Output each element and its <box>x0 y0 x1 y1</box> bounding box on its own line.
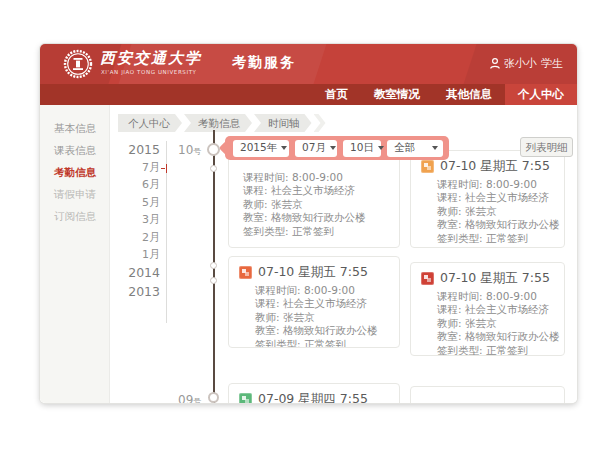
sidebar-item-subscription-info[interactable]: 订阅信息 <box>40 205 109 227</box>
breadcrumb-personal-center[interactable]: 个人中心 <box>118 114 182 132</box>
card-fields: 课程时间: 8:00-9:00 课程: 社会主义市场经济 教师: 张芸京 教室:… <box>255 284 391 348</box>
card-title: 07-10 星期五 7:55 <box>421 270 554 287</box>
timeline-node <box>210 262 217 269</box>
university-name-en: XI'AN JIAO TONG UNIVERSITY <box>101 69 197 75</box>
page-title: 考勤服务 <box>232 54 296 72</box>
scale-month-jan[interactable]: 1月 <box>110 246 160 263</box>
card-arrow <box>228 391 234 402</box>
breadcrumb-timeline[interactable]: 时间轴 <box>254 114 312 132</box>
breadcrumb: 个人中心 考勤信息 时间轴 <box>118 114 326 132</box>
card-fields: 课程时间: 8:00-9:00 课程: 社会主义市场经济 教师: 张芸京 教室:… <box>437 178 556 245</box>
card-title: 07-10 星期五 7:55 <box>421 158 554 175</box>
card-title: 07-09 星期四 7:55 <box>239 391 389 403</box>
attendance-card[interactable]: 07-10 星期五 7:55 课程时间: 8:00-9:00 课程: 社会主义市… <box>228 256 400 348</box>
day-label-10: 10号 <box>178 143 201 157</box>
date-filter-bar: 2015年 07月 10日 全部 <box>225 136 449 160</box>
sidebar: 基本信息 课表信息 考勤信息 请假申请 订阅信息 <box>40 105 110 403</box>
sidebar-item-attendance-info[interactable]: 考勤信息 <box>40 161 109 183</box>
scale-month-jul[interactable]: 7月 <box>110 159 160 176</box>
timeline-scale: 2015 7月 6月 5月 3月 2月 1月 2014 2013 <box>110 140 160 301</box>
attendance-card[interactable]: 07-10 星期五 7:55 课程时间: 8:00-9:00 课程: 社会主义市… <box>410 150 565 248</box>
person-icon <box>490 58 500 69</box>
card-arrow <box>410 160 416 171</box>
selected-month-marker <box>161 163 167 173</box>
main-area: 基本信息 课表信息 考勤信息 请假申请 订阅信息 个人中心 考勤信息 时间轴 2… <box>40 105 577 403</box>
type-select[interactable]: 全部 <box>387 140 443 157</box>
card-arrow <box>410 272 416 283</box>
user-menu[interactable]: 张小小 学生 <box>490 56 563 71</box>
attendance-card[interactable]: 07-09 星期四 7:55 <box>228 383 400 403</box>
nav-item-personal-center[interactable]: 个人中心 <box>505 84 577 105</box>
app-header: 西安交通大学 XI'AN JIAO TONG UNIVERSITY 考勤服务 张… <box>40 44 577 84</box>
nav-item-home[interactable]: 首页 <box>312 84 361 105</box>
scale-month-mar[interactable]: 3月 <box>110 211 160 228</box>
card-arrow <box>228 263 234 274</box>
list-detail-button[interactable]: 列表明细 <box>520 137 573 157</box>
timeline-node <box>210 165 217 172</box>
card-title: 07-10 星期五 7:55 <box>239 264 389 281</box>
attendance-card-partial[interactable] <box>410 386 565 403</box>
stamp-icon <box>239 266 252 279</box>
scale-year-2015[interactable]: 2015 <box>110 140 160 159</box>
stamp-icon <box>421 160 434 173</box>
app-window: 西安交通大学 XI'AN JIAO TONG UNIVERSITY 考勤服务 张… <box>40 44 577 403</box>
user-name: 张小小 <box>504 56 537 71</box>
scale-month-may[interactable]: 5月 <box>110 194 160 211</box>
year-select[interactable]: 2015年 <box>233 140 289 157</box>
user-role: 学生 <box>541 56 563 71</box>
month-select[interactable]: 07月 <box>295 140 337 157</box>
breadcrumb-attendance-info[interactable]: 考勤信息 <box>184 114 252 132</box>
sidebar-item-schedule-info[interactable]: 课表信息 <box>40 139 109 161</box>
top-nav: 首页 教室情况 其他信息 个人中心 <box>40 84 577 105</box>
scale-month-jun[interactable]: 6月 <box>110 176 160 193</box>
university-seal-icon <box>63 49 93 79</box>
day-select[interactable]: 10日 <box>343 140 381 157</box>
chevron-down-icon <box>330 146 336 150</box>
scale-year-2013[interactable]: 2013 <box>110 282 160 301</box>
sidebar-item-leave-request[interactable]: 请假申请 <box>40 183 109 205</box>
timeline-node <box>208 392 219 403</box>
stamp-icon <box>421 272 434 285</box>
timeline-node <box>210 277 217 284</box>
nav-item-classrooms[interactable]: 教室情况 <box>361 84 433 105</box>
timeline-node <box>207 143 220 156</box>
scale-year-2014[interactable]: 2014 <box>110 263 160 282</box>
sidebar-item-basic-info[interactable]: 基本信息 <box>40 117 109 139</box>
chevron-down-icon <box>378 146 384 150</box>
scale-month-feb[interactable]: 2月 <box>110 229 160 246</box>
attendance-card[interactable]: 07-10 星期五 7:55 课程时间: 8:00-9:00 课程: 社会主义市… <box>410 262 565 356</box>
card-fields: 课程时间: 8:00-9:00 课程: 社会主义市场经济 教师: 张芸京 教室:… <box>437 290 556 356</box>
day-label-09: 09号 <box>178 393 201 403</box>
stamp-icon <box>239 393 252 403</box>
chevron-down-icon <box>281 146 287 150</box>
breadcrumb-chevron-tail <box>314 114 326 132</box>
card-fields: 课程时间: 8:00-9:00 课程: 社会主义市场经济 教师: 张芸京 教室:… <box>243 171 391 238</box>
nav-item-other-info[interactable]: 其他信息 <box>433 84 505 105</box>
chevron-down-icon <box>432 146 438 150</box>
university-name-cn: 西安交通大学 <box>100 49 202 68</box>
filter-arrow <box>219 141 233 155</box>
